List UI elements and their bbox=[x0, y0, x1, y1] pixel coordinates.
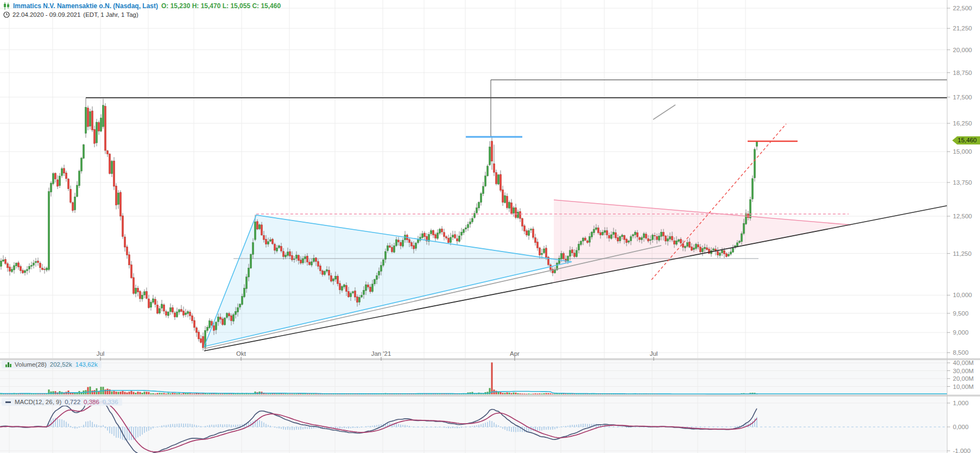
volume-legend-name: Volume(28) bbox=[15, 361, 47, 368]
panel-separator[interactable] bbox=[0, 358, 980, 361]
axis-tick-label: 10,000 bbox=[953, 292, 972, 298]
axis-tick-label: 22,500 bbox=[953, 5, 972, 11]
macd-legend-name: MACD(12, 26, 9) bbox=[15, 399, 61, 405]
axis-tick-label: 15,000 bbox=[953, 148, 972, 155]
chart-canvas[interactable]: 22,50021,25020,00018,75017,50016,25015,0… bbox=[0, 0, 980, 453]
volume-legend[interactable]: Volume(28) 202,52k 143,62k bbox=[2, 361, 102, 368]
volume-axis[interactable]: 40,00M30,00M20,00M10,00M bbox=[947, 360, 973, 390]
date-range[interactable]: 22.04.2020 - 09.09.2021 bbox=[12, 11, 80, 18]
candlestick-type-icon[interactable] bbox=[3, 2, 10, 10]
axis-tick-label: 12,500 bbox=[953, 213, 972, 219]
date-tick-label: Apr bbox=[510, 350, 520, 357]
volume-panel[interactable] bbox=[0, 360, 947, 395]
macd-hist-value: 0,336 bbox=[103, 399, 118, 405]
axis-tick-label: 11,250 bbox=[953, 250, 971, 257]
date-tick-label: Jul bbox=[650, 350, 658, 357]
axis-tick-label: 40,00M bbox=[953, 360, 973, 366]
axis-tick-label: -1,000 bbox=[953, 448, 971, 453]
macd-icon bbox=[5, 401, 11, 403]
macd-signal-value: 0,386 bbox=[84, 399, 99, 405]
ohlc-values: O: 15,230 H: 15,470 L: 15,055 C: 15,460 bbox=[161, 2, 281, 10]
axis-tick-label: 9,000 bbox=[953, 329, 969, 336]
chart-window: 22,50021,25020,00018,75017,50016,25015,0… bbox=[0, 0, 980, 453]
axis-tick-label: 9,500 bbox=[953, 310, 969, 317]
axis-tick-label: 8,500 bbox=[953, 349, 969, 356]
axis-tick-label: 16,250 bbox=[953, 120, 972, 127]
panel-separator[interactable] bbox=[0, 395, 980, 397]
axis-tick-label: 18,750 bbox=[953, 70, 972, 76]
last-price-tag: 15,460 bbox=[952, 136, 980, 144]
macd-legend[interactable]: MACD(12, 26, 9) 0,722 0,386 0,336 bbox=[2, 398, 122, 406]
session-settings[interactable]: (EDT, 1 Jahr, 1 Tag) bbox=[83, 11, 138, 18]
macd-value: 0,722 bbox=[65, 399, 80, 405]
axis-tick-label: 21,250 bbox=[953, 25, 972, 32]
clock-icon bbox=[3, 11, 10, 18]
axis-tick-label: 30,00M bbox=[953, 368, 973, 374]
red-dashed-trendline[interactable] bbox=[652, 124, 786, 280]
instrument-title[interactable]: Immatics N.V. Namensaktie o.N. (Nasdaq, … bbox=[13, 2, 158, 10]
date-tick-label: Okt bbox=[236, 350, 246, 357]
axis-tick-label: 13,750 bbox=[953, 179, 972, 186]
axis-tick-label: 17,500 bbox=[953, 94, 972, 100]
date-tick-label: Jul bbox=[97, 350, 105, 357]
volume-current-value: 202,52k bbox=[50, 361, 72, 368]
chart-header: Immatics N.V. Namensaktie o.N. (Nasdaq, … bbox=[3, 2, 281, 18]
price-axis[interactable]: 22,50021,25020,00018,75017,50016,25015,0… bbox=[947, 5, 972, 356]
volume-average-value: 143,62k bbox=[75, 361, 98, 368]
axis-tick-label: 1,000 bbox=[953, 400, 969, 406]
date-tick-label: Jan '21 bbox=[371, 350, 391, 357]
volume-icon bbox=[5, 362, 11, 367]
gray-top-trendline[interactable] bbox=[653, 105, 675, 119]
axis-tick-label: 20,00M bbox=[953, 375, 973, 382]
axis-tick-label: 10,00M bbox=[953, 383, 973, 390]
axis-tick-label: 20,000 bbox=[953, 47, 972, 53]
axis-tick-label: 0,000 bbox=[953, 424, 969, 430]
macd-axis[interactable]: 1,0000,000-1,000 bbox=[947, 400, 971, 453]
macd-panel[interactable] bbox=[0, 397, 947, 453]
